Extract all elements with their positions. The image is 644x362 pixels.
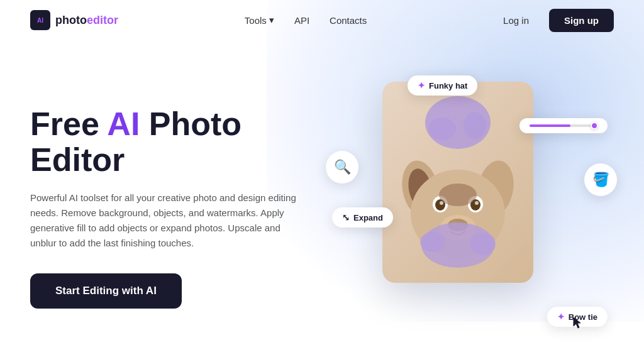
chip-search[interactable]: 🔍 [326,151,358,184]
cursor-icon [572,316,584,333]
nav-links: Tools ▾ API Contacts [245,14,367,26]
svg-point-12 [440,201,443,205]
hero-description: Powerful AI toolset for all your creativ… [30,190,301,251]
chip-funky-hat: ✦ Funky hat [408,75,477,96]
logo-brand: photoeditor [55,14,118,27]
slider-thumb [591,122,598,129]
chip-slider [519,118,608,133]
brush-icon: 🪣 [592,172,609,188]
title-free: Free [30,106,107,142]
expand-label: Expand [353,213,383,222]
sparkle-bow-icon: ✦ [557,312,565,322]
tools-label: Tools [245,15,267,26]
title-ai: AI [107,106,140,142]
search-zoom-icon: 🔍 [334,159,351,175]
brand-prefix: photo [55,14,87,26]
contacts-link[interactable]: Contacts [330,15,367,26]
hero-section: Free AI Photo Editor Powerful AI toolset… [0,40,644,362]
hero-left: Free AI Photo Editor Powerful AI toolset… [30,106,345,309]
sparkle-icon: ✦ [418,80,425,90]
login-button[interactable]: Log in [493,10,539,31]
navbar: AI photoeditor Tools ▾ API Contacts Log … [0,0,644,40]
hero-illustration: ✦ Funky hat 🔍 🪣 ⤡ Expand ✦ Bow tie [345,69,614,346]
nav-tools-item[interactable]: Tools ▾ [245,14,274,26]
funky-hat-label: Funky hat [429,81,467,90]
cta-button[interactable]: Start Editing with AI [30,273,182,309]
api-link[interactable]: API [294,15,309,26]
brand-suffix: editor [87,14,118,26]
svg-point-13 [475,201,479,205]
chevron-down-icon: ▾ [269,14,274,26]
blob-body [420,220,496,270]
logo-icon: AI [30,10,50,30]
svg-point-19 [420,232,445,252]
logo-icon-text: AI [37,17,43,24]
slider-fill [530,124,570,127]
chip-expand: ⤡ Expand [332,207,393,228]
phone-card [382,82,533,283]
expand-icon: ⤡ [342,212,350,222]
signup-button[interactable]: Sign up [549,9,614,32]
logo[interactable]: AI photoeditor [30,10,118,30]
hero-title: Free AI Photo Editor [30,106,345,178]
svg-point-17 [439,184,477,206]
svg-point-20 [470,233,496,255]
nav-actions: Log in Sign up [493,9,614,32]
chip-brush[interactable]: 🪣 [584,163,617,196]
slider-track [530,124,597,127]
